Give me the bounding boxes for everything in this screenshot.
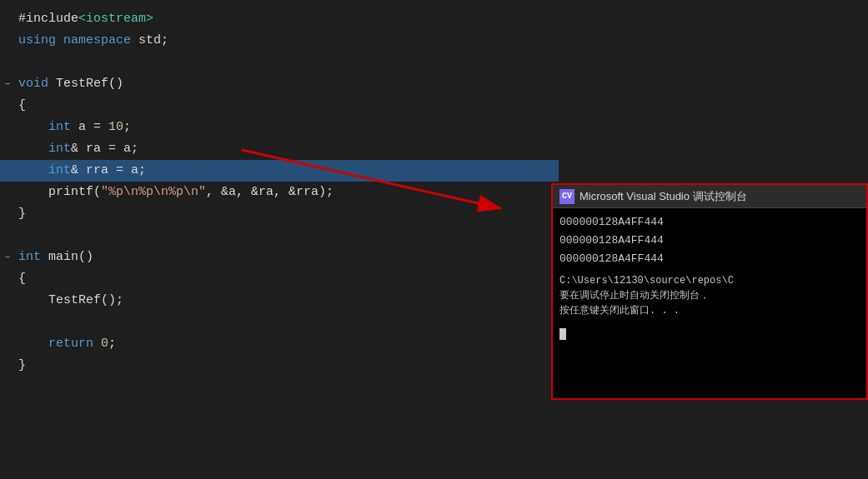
code-text: } <box>18 356 26 376</box>
code-text: int <box>18 247 41 267</box>
code-text: std; <box>131 31 168 51</box>
code-text: TestRef() <box>48 74 123 94</box>
console-body: 000000128A4FF444 000000128A4FF444 000000… <box>553 208 866 345</box>
code-editor: #include<iostream> using namespace std; … <box>0 0 559 479</box>
code-text: } <box>18 204 26 224</box>
code-text: using <box>18 31 56 51</box>
console-title: Microsoft Visual Studio 调试控制台 <box>580 189 747 204</box>
code-line: { <box>0 268 559 290</box>
gutter: − <box>0 77 15 92</box>
code-text <box>18 334 48 354</box>
code-text: "%p\n%p\n%p\n" <box>101 182 206 202</box>
code-line: − int main() <box>0 247 559 268</box>
code-line: int& ra = a; <box>0 138 559 160</box>
code-text: { <box>18 269 26 289</box>
code-text: , &a, &ra, &rra); <box>206 182 334 202</box>
console-path-1: C:\Users\12130\source\repos\C <box>559 273 860 288</box>
code-text: ; <box>108 334 116 354</box>
code-text <box>93 334 101 354</box>
console-path-2: 要在调试停止时自动关闭控制台， <box>559 288 860 303</box>
code-text: & ra = a; <box>71 139 138 159</box>
console-path-3: 按任意键关闭此窗口. . . <box>559 303 860 318</box>
code-text: #include <box>18 9 78 29</box>
vs-icon-label: CV <box>562 192 572 201</box>
code-text <box>18 161 48 181</box>
code-text: a = <box>71 117 108 137</box>
code-line: printf("%p\n%p\n%p\n", &a, &ra, &rra); <box>0 182 559 203</box>
code-text: 0 <box>101 334 108 354</box>
code-line: return 0; <box>0 333 559 355</box>
code-line <box>0 225 559 247</box>
code-line: using namespace std; <box>0 30 559 52</box>
code-line <box>0 312 559 333</box>
code-text <box>18 117 48 137</box>
code-line: #include<iostream> <box>0 8 559 30</box>
console-cursor <box>559 328 566 340</box>
console-titlebar: CV Microsoft Visual Studio 调试控制台 <box>553 185 866 208</box>
code-text <box>56 31 63 51</box>
code-text <box>18 312 26 332</box>
code-line: − void TestRef() <box>0 73 559 95</box>
code-text: int <box>48 117 71 137</box>
code-line: { <box>0 95 559 117</box>
code-text: <iostream> <box>78 9 153 29</box>
console-addr-2: 000000128A4FF444 <box>559 232 860 250</box>
code-line: int a = 10; <box>0 117 559 138</box>
code-text: ; <box>123 117 131 137</box>
code-text <box>18 139 48 159</box>
console-window: CV Microsoft Visual Studio 调试控制台 0000001… <box>551 183 868 400</box>
code-text: printf( <box>18 182 101 202</box>
code-text <box>18 52 26 72</box>
code-text: int <box>48 161 71 181</box>
code-text: TestRef(); <box>18 291 123 311</box>
gutter: − <box>0 251 15 266</box>
console-addr-3: 000000128A4FF444 <box>559 250 860 268</box>
vs-icon: CV <box>559 189 574 204</box>
code-text: { <box>18 96 26 116</box>
code-text: 10 <box>108 117 123 137</box>
code-text: void <box>18 74 48 94</box>
code-line: } <box>0 355 559 377</box>
code-line <box>0 52 559 73</box>
code-line: } <box>0 203 559 225</box>
code-line: TestRef(); <box>0 290 559 312</box>
code-text: & rra = a; <box>71 161 146 181</box>
console-addr-1: 000000128A4FF444 <box>559 213 860 232</box>
code-text: namespace <box>63 31 131 51</box>
code-text: int <box>48 139 71 159</box>
code-text: main() <box>41 247 93 267</box>
code-line-highlighted: int& rra = a; <box>0 160 559 182</box>
code-text: return <box>48 334 93 354</box>
code-text <box>18 226 26 246</box>
